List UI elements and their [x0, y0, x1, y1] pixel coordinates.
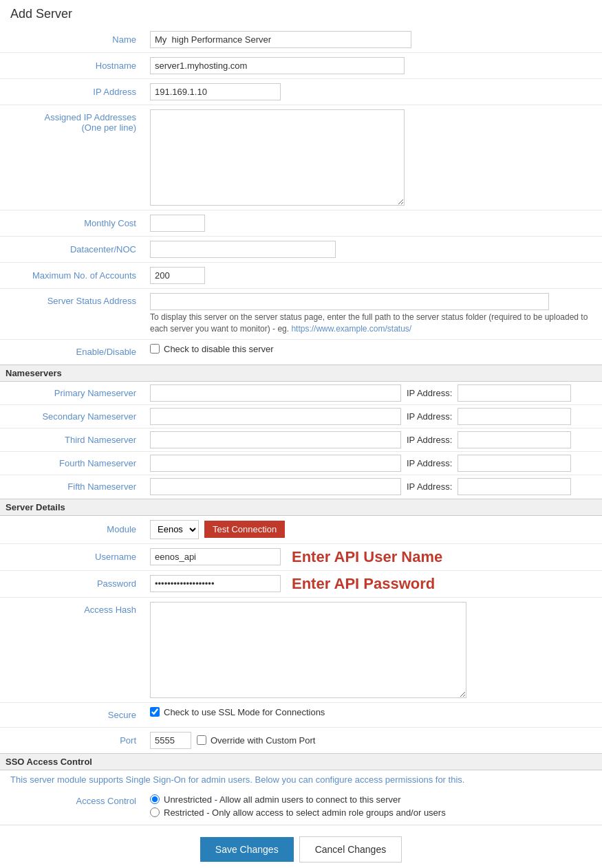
port-row-inner: Override with Custom Port: [150, 732, 315, 749]
username-field: Enter API User Name: [144, 544, 602, 570]
fourth-ns-ip-label: IP Address:: [407, 458, 452, 468]
module-label: Module: [0, 519, 144, 540]
assigned-ip-label: Assigned IP Addresses (One per line): [0, 105, 144, 138]
module-field: Eenos Test Connection: [144, 516, 602, 543]
server-status-link[interactable]: https://www.example.com/status/: [291, 324, 411, 334]
page-title: Add Server: [0, 0, 602, 27]
enable-disable-label: Enable/Disable: [0, 341, 144, 362]
primary-ns-label: Primary Nameserver: [0, 384, 144, 402]
api-password-hint: Enter API Password: [292, 575, 435, 593]
username-input[interactable]: [150, 548, 281, 565]
secure-row: Secure Check to use SSL Mode for Connect…: [0, 703, 602, 728]
override-checkbox-text: Override with Custom Port: [211, 735, 315, 746]
secondary-ns-label: Secondary Nameserver: [0, 407, 144, 426]
secondary-ns-ip-input[interactable]: [458, 408, 571, 425]
password-row: Password Enter API Password: [0, 571, 602, 598]
name-field: [144, 27, 602, 52]
name-input[interactable]: [150, 31, 411, 48]
hostname-field: [144, 53, 602, 78]
password-input[interactable]: [150, 575, 281, 592]
third-ns-ip-label: IP Address:: [407, 435, 452, 445]
third-ns-field: IP Address:: [144, 428, 602, 451]
max-accounts-label: Maximum No. of Accounts: [0, 265, 144, 286]
monthly-cost-label: Monthly Cost: [0, 213, 144, 234]
fourth-ns-ip-input[interactable]: [458, 455, 571, 472]
secure-checkbox-text: Check to use SSL Mode for Connections: [164, 707, 325, 717]
primary-ns-row: Primary Nameserver IP Address:: [0, 382, 602, 405]
access-control-label: Access Control: [0, 789, 144, 812]
unrestricted-radio-label[interactable]: Unrestricted - Allow all admin users to …: [150, 794, 401, 805]
unrestricted-radio[interactable]: [150, 794, 160, 804]
access-control-row: Access Control Unrestricted - Allow all …: [0, 789, 602, 825]
fifth-ns-row: Fifth Nameserver IP Address:: [0, 475, 602, 499]
assigned-ip-textarea[interactable]: [150, 109, 405, 206]
password-label: Password: [0, 573, 144, 594]
third-ns-row: Third Nameserver IP Address:: [0, 428, 602, 452]
primary-ns-field: IP Address:: [144, 382, 602, 404]
module-select[interactable]: Eenos: [150, 520, 199, 539]
restricted-radio[interactable]: [150, 807, 160, 817]
username-label: Username: [0, 546, 144, 567]
secure-checkbox-label[interactable]: Check to use SSL Mode for Connections: [150, 707, 325, 717]
secure-field: Check to use SSL Mode for Connections: [144, 703, 602, 721]
server-status-help: To display this server on the server sta…: [150, 312, 596, 335]
override-checkbox[interactable]: [197, 735, 206, 745]
sso-header: SSO Access Control: [0, 753, 602, 770]
ip-input[interactable]: [150, 83, 281, 100]
port-field: Override with Custom Port: [144, 728, 602, 753]
add-server-section: Name Hostname IP Address Assigned IP Add…: [0, 27, 602, 365]
secure-label: Secure: [0, 704, 144, 726]
server-status-field: To display this server on the server sta…: [144, 289, 602, 339]
third-ns-input[interactable]: [150, 431, 401, 448]
password-field: Enter API Password: [144, 571, 602, 597]
access-hash-textarea[interactable]: [150, 602, 466, 698]
fourth-ns-input[interactable]: [150, 455, 401, 472]
primary-ns-input[interactable]: [150, 384, 401, 402]
test-connection-button[interactable]: Test Connection: [204, 521, 285, 538]
datacenter-row: Datacenter/NOC: [0, 237, 602, 263]
third-ns-label: Third Nameserver: [0, 431, 144, 449]
monthly-cost-input[interactable]: [150, 215, 205, 232]
ip-field: [144, 79, 602, 105]
monthly-cost-row: Monthly Cost: [0, 210, 602, 237]
enable-disable-checkbox[interactable]: [150, 344, 160, 354]
hostname-label: Hostname: [0, 55, 144, 76]
fifth-ns-input[interactable]: [150, 478, 401, 495]
fourth-ns-row: Fourth Nameserver IP Address:: [0, 452, 602, 475]
ip-label: IP Address: [0, 81, 144, 102]
access-hash-label: Access Hash: [0, 598, 144, 620]
enable-disable-row: Enable/Disable Check to disable this ser…: [0, 340, 602, 365]
access-control-field: Unrestricted - Allow all admin users to …: [144, 789, 602, 825]
third-ns-ip-input[interactable]: [458, 431, 571, 448]
secure-checkbox[interactable]: [150, 707, 160, 717]
server-status-input[interactable]: [150, 293, 549, 310]
sso-section: SSO Access Control This server module su…: [0, 753, 602, 825]
primary-ns-ip-label: IP Address:: [407, 388, 452, 398]
hostname-input[interactable]: [150, 57, 405, 74]
module-row: Module Eenos Test Connection: [0, 516, 602, 544]
assigned-ip-field: [144, 105, 602, 210]
fourth-ns-label: Fourth Nameserver: [0, 454, 144, 473]
fifth-ns-label: Fifth Nameserver: [0, 477, 144, 496]
access-hash-field: [144, 598, 602, 702]
assigned-ip-row: Assigned IP Addresses (One per line): [0, 105, 602, 210]
server-status-label: Server Status Address: [0, 289, 144, 312]
fifth-ns-ip-input[interactable]: [458, 478, 571, 495]
secondary-ns-input[interactable]: [150, 408, 401, 425]
enable-disable-checkbox-label[interactable]: Check to disable this server: [150, 344, 274, 354]
primary-ns-ip-input[interactable]: [458, 384, 571, 402]
access-hash-row: Access Hash: [0, 598, 602, 703]
enable-disable-checkbox-text: Check to disable this server: [164, 344, 274, 354]
name-row: Name: [0, 27, 602, 53]
server-details-section: Server Details Module Eenos Test Connect…: [0, 499, 602, 753]
port-input[interactable]: [150, 732, 191, 749]
override-checkbox-label[interactable]: Override with Custom Port: [197, 735, 315, 746]
save-button[interactable]: Save Changes: [200, 837, 294, 862]
name-label: Name: [0, 29, 144, 50]
max-accounts-input[interactable]: [150, 267, 205, 284]
nameservers-header: Nameservers: [0, 365, 602, 382]
cancel-button[interactable]: Cancel Changes: [299, 836, 402, 862]
restricted-radio-label[interactable]: Restricted - Only allow access to select…: [150, 807, 446, 818]
datacenter-input[interactable]: [150, 241, 336, 258]
server-status-row: Server Status Address To display this se…: [0, 289, 602, 340]
